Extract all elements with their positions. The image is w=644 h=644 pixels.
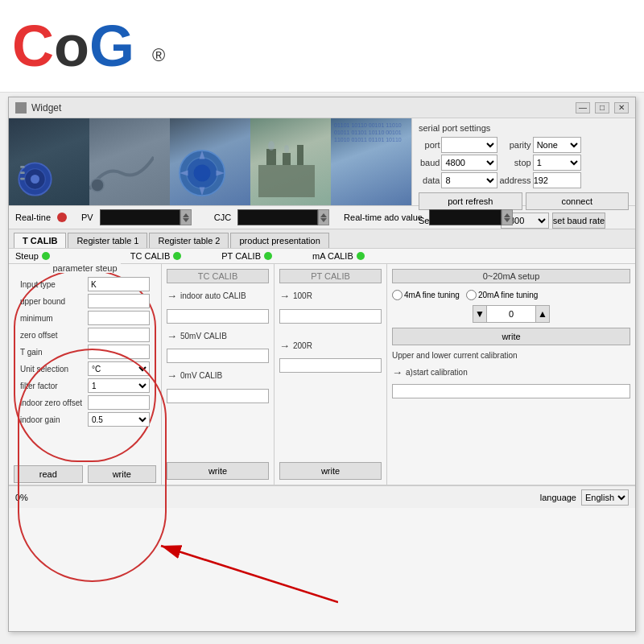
- unit-select[interactable]: °C: [88, 361, 150, 376]
- ma4-fine-radio[interactable]: [392, 290, 402, 300]
- t-gain-field[interactable]: [88, 345, 150, 359]
- banner-section: 01101 10110 00101 11010 01011 01101 1011…: [9, 118, 635, 205]
- input-type-field[interactable]: [88, 277, 150, 291]
- tab-register-1[interactable]: Register table 1: [68, 233, 147, 248]
- serial-port-panel: serial port settings port parity None ba…: [411, 118, 635, 205]
- pt-calib-header-label: PT CALIB: [221, 251, 261, 261]
- pv-display: [100, 209, 192, 225]
- window-icon: [15, 102, 27, 114]
- pv-arrow-up: [183, 213, 189, 217]
- ma20-fine-radio[interactable]: [466, 290, 477, 300]
- ma-value-input[interactable]: [487, 305, 535, 323]
- pt-calib-panel: PT CALIB → 100R → 200R write: [275, 264, 387, 485]
- pt-write-button[interactable]: write: [279, 462, 382, 480]
- minimum-field[interactable]: [88, 311, 150, 325]
- mv0-row: → 0mV CALIB: [167, 369, 269, 382]
- stop-select[interactable]: 1: [533, 155, 581, 171]
- svg-rect-5: [20, 178, 25, 180]
- upper-bound-row: upper bound: [20, 294, 150, 308]
- tab-register-2[interactable]: Register table 2: [149, 233, 229, 248]
- spinbox-down-button[interactable]: ▼: [473, 305, 487, 323]
- zero-offset-label: zero offset: [20, 331, 85, 340]
- zero-offset-field[interactable]: [88, 328, 150, 342]
- indoor-gain-row: indoor gain 0.5: [20, 412, 150, 427]
- indoor-auto-arrow: →: [167, 290, 177, 302]
- logo: CoG ®: [12, 17, 165, 75]
- filter-select[interactable]: 1: [88, 378, 150, 393]
- tc-calib-panel: TC CALIB → indoor auto CALIB → 50mV CALI…: [162, 264, 275, 485]
- ma4-fine-label[interactable]: 4mA fine tuning: [392, 290, 460, 300]
- ma20-fine-label[interactable]: 20mA fine tuning: [466, 290, 539, 300]
- tab-product[interactable]: product presentation: [230, 233, 328, 248]
- tc-calib-title: TC CALIB: [167, 269, 269, 283]
- cjc-arrows: [318, 209, 329, 225]
- indoor-auto-label: indoor auto CALIB: [180, 291, 246, 300]
- port-refresh-button[interactable]: port refresh: [419, 192, 522, 210]
- indoor-zero-field[interactable]: [88, 395, 150, 410]
- baud-select[interactable]: 4800: [441, 155, 497, 171]
- param-write-button[interactable]: write: [88, 465, 157, 483]
- banner-img-2: [89, 118, 170, 205]
- mv0-arrow: →: [167, 369, 177, 382]
- mv0-label: 0mV CALIB: [180, 371, 222, 380]
- indoor-zero-label: indoor zero offset: [20, 398, 85, 407]
- param-read-button[interactable]: read: [14, 465, 83, 483]
- pv-arrow-down: [183, 218, 189, 222]
- start-calib-arrow: →: [392, 366, 402, 378]
- window-title: Widget: [31, 102, 576, 114]
- pt-calib-section-header: PT CALIB: [221, 251, 272, 261]
- serial-settings-table: port parity None baud 4800 stop: [419, 135, 583, 190]
- cjc-label: CJC: [214, 213, 231, 222]
- parity-label: parity: [499, 137, 530, 153]
- ma-spinbox: ▼ ▲: [392, 305, 630, 323]
- mv50-arrow: →: [167, 330, 177, 342]
- param-steup-border: parameter steup Input type upper bound m…: [14, 269, 156, 462]
- serial-action-buttons: port refresh connect: [419, 192, 629, 210]
- realtime-indicator: [57, 213, 67, 222]
- upper-bound-label: upper bound: [20, 297, 85, 306]
- close-button[interactable]: ✕: [614, 102, 629, 114]
- cjc-value-box: [237, 209, 318, 225]
- maximize-button[interactable]: □: [595, 102, 609, 114]
- indoor-auto-input[interactable]: [167, 309, 269, 324]
- minimum-row: minimum: [20, 311, 150, 325]
- window-titlebar: Widget — □ ✕: [9, 97, 635, 118]
- ma-calib-panel: 0~20mA setup 4mA fine tuning 20mA fine t…: [387, 264, 635, 485]
- mv0-input[interactable]: [167, 389, 269, 403]
- language-select[interactable]: English: [581, 489, 629, 506]
- ma-write-button[interactable]: write: [392, 328, 630, 345]
- r200-input[interactable]: [279, 358, 382, 373]
- tc-write-button[interactable]: write: [167, 462, 269, 480]
- data-select[interactable]: 8: [441, 172, 497, 188]
- svg-point-6: [91, 179, 104, 192]
- start-calib-input[interactable]: [392, 384, 630, 398]
- port-select[interactable]: [441, 137, 497, 153]
- ma-calib-section-header: mA CALIB: [312, 251, 365, 261]
- r200-row: → 200R: [279, 340, 382, 352]
- mv50-label: 50mV CALIB: [180, 332, 227, 341]
- r100-label: 100R: [293, 291, 312, 300]
- baud-label: baud: [420, 155, 440, 171]
- ma20-fine-text: 20mA fine tuning: [478, 291, 539, 299]
- minimize-button[interactable]: —: [576, 102, 590, 114]
- statusbar: 0% language English: [9, 485, 635, 508]
- ado-value-box: [429, 209, 502, 225]
- cjc-arrow-up: [320, 213, 327, 217]
- address-input[interactable]: [533, 172, 581, 188]
- r100-input[interactable]: [279, 309, 382, 324]
- steup-label: Steup: [15, 251, 39, 261]
- upper-bound-field[interactable]: [88, 294, 150, 308]
- parity-select[interactable]: None: [533, 137, 581, 153]
- tab-t-calib[interactable]: T CALIB: [14, 233, 66, 248]
- r100-arrow: →: [279, 290, 290, 302]
- logo-g: G: [89, 14, 134, 78]
- mv50-input[interactable]: [167, 349, 269, 363]
- spinbox-up-button[interactable]: ▲: [535, 305, 550, 323]
- indoor-gain-select[interactable]: 0.5: [88, 412, 150, 427]
- port-label: port: [420, 137, 440, 153]
- ma-calib-title: 0~20mA setup: [392, 269, 630, 283]
- minimum-label: minimum: [20, 314, 85, 323]
- svg-rect-12: [283, 153, 291, 165]
- set-baud-rate-button[interactable]: set baud rate: [552, 213, 605, 229]
- connect-button[interactable]: connect: [526, 192, 630, 210]
